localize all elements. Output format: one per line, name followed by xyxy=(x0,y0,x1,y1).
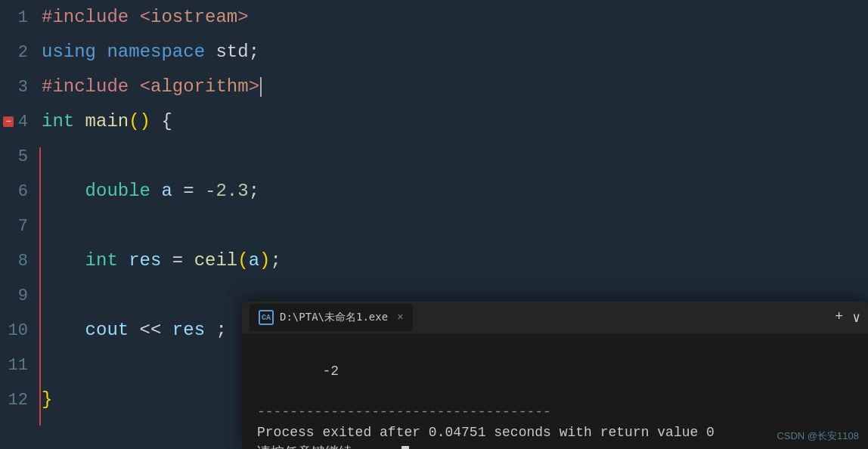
token: << xyxy=(129,320,172,340)
terminal-output-value: -2 xyxy=(257,341,853,402)
line-number: 1 xyxy=(0,8,42,27)
terminal-tab[interactable]: CA D:\PTA\未命名1.exe × xyxy=(250,304,413,331)
token: ) xyxy=(259,250,270,271)
token: res xyxy=(172,320,205,340)
token: #include xyxy=(42,7,140,27)
code-line: 2using namespace std; xyxy=(0,35,868,70)
token: ; xyxy=(270,250,281,271)
line-content: double a = -2.3; xyxy=(42,174,259,209)
token: a xyxy=(249,250,259,271)
token: algorithm xyxy=(150,76,249,97)
line-number: 3 xyxy=(0,78,42,97)
line-number: 12 xyxy=(0,391,42,410)
terminal-divider: ------------------------------------ xyxy=(257,402,853,423)
line-content: #include <iostream> xyxy=(42,0,249,35)
code-line: 6 double a = -2.3; xyxy=(0,174,868,209)
code-line: 5 xyxy=(0,139,868,174)
terminal-tab-actions: + ∨ xyxy=(835,309,860,326)
token: using xyxy=(42,42,107,62)
terminal-add-button[interactable]: + xyxy=(835,309,843,326)
token: int xyxy=(42,111,85,132)
terminal-cursor xyxy=(401,446,409,449)
code-line: 8 int res = ceil(a); xyxy=(0,243,868,278)
token: iostream xyxy=(150,7,237,27)
code-line: 3#include <algorithm> xyxy=(0,70,868,104)
token: a xyxy=(161,181,172,201)
line-content: } xyxy=(42,382,52,417)
line-number: 10 xyxy=(0,321,42,340)
terminal-tab-title: D:\PTA\未命名1.exe xyxy=(280,311,388,324)
token: } xyxy=(42,389,52,410)
token: < xyxy=(140,76,150,97)
line-content: #include <algorithm> xyxy=(42,70,262,104)
token: int xyxy=(85,250,129,271)
terminal-result: -2 xyxy=(322,364,339,379)
code-line: 7 xyxy=(0,209,868,243)
token: -2.3 xyxy=(205,181,249,201)
token: cout xyxy=(85,320,129,340)
token: #include xyxy=(42,76,140,97)
token: main xyxy=(85,111,129,132)
line-content: cout << res ; xyxy=(42,313,227,348)
token: std xyxy=(215,42,248,62)
terminal-tab-bar: CA D:\PTA\未命名1.exe × + ∨ xyxy=(242,302,868,333)
token: ceil xyxy=(194,250,238,271)
line-number: 6 xyxy=(0,182,42,201)
line-number: 2 xyxy=(0,43,42,62)
csdn-watermark: CSDN @长安1108 xyxy=(777,429,859,443)
line-content: int main() { xyxy=(42,104,172,139)
line-content: int res = ceil(a); xyxy=(42,243,281,278)
fold-indicator[interactable] xyxy=(3,116,14,127)
terminal-prompt-text: 请按任意键继续. . . xyxy=(257,445,401,449)
line-number: 9 xyxy=(0,286,42,305)
code-line: 4int main() { xyxy=(0,104,868,139)
terminal-tab-icon: CA xyxy=(259,310,274,325)
token: = xyxy=(172,181,205,201)
terminal-panel: CA D:\PTA\未命名1.exe × + ∨ -2 ------------… xyxy=(242,302,868,449)
token: namespace xyxy=(107,42,215,62)
line-number: 8 xyxy=(0,252,42,271)
token: > xyxy=(249,76,259,97)
terminal-prompt-line: 请按任意键继续. . . xyxy=(257,443,853,449)
line-content: using namespace std; xyxy=(42,35,259,70)
terminal-process-line: Process exited after 0.04751 seconds wit… xyxy=(257,423,853,443)
token: res xyxy=(129,250,161,271)
line-number: 4 xyxy=(0,113,42,132)
terminal-chevron-button[interactable]: ∨ xyxy=(852,309,860,326)
token: double xyxy=(85,181,162,201)
token: () xyxy=(129,111,150,132)
line-number: 5 xyxy=(0,147,42,166)
token: { xyxy=(150,111,172,132)
token: ; xyxy=(205,320,227,340)
terminal-close-button[interactable]: × xyxy=(397,311,403,324)
line-number: 7 xyxy=(0,217,42,236)
terminal-icon-text: CA xyxy=(262,314,271,322)
line-number: 11 xyxy=(0,356,42,375)
text-cursor xyxy=(260,77,262,97)
token: > xyxy=(237,7,248,27)
token: = xyxy=(161,250,194,271)
token: < xyxy=(140,7,150,27)
token: ; xyxy=(249,42,259,62)
editor-area: 1#include <iostream>2using namespace std… xyxy=(0,0,868,449)
token: ( xyxy=(237,250,248,271)
terminal-body: -2 ------------------------------------ … xyxy=(242,333,868,449)
code-line: 1#include <iostream> xyxy=(0,0,868,35)
token: ; xyxy=(249,181,259,201)
